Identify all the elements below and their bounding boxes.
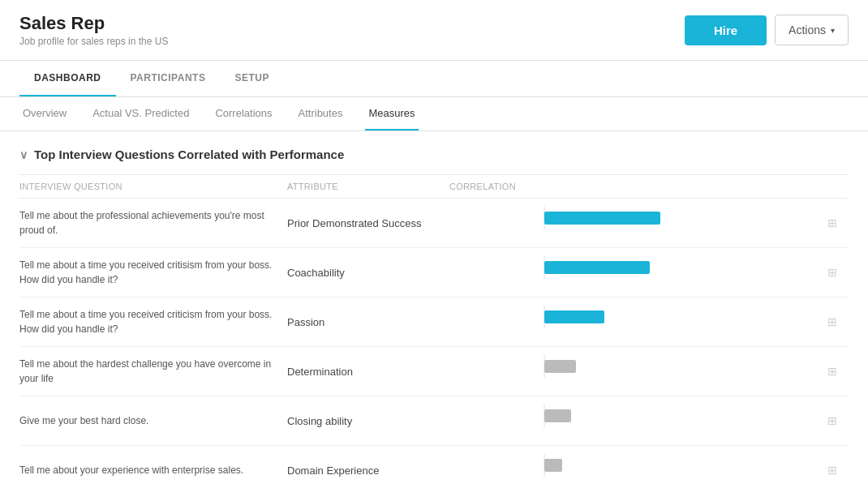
correlations-table: Interview Question Attribute Correlation… — [19, 174, 849, 488]
bar-chart — [449, 454, 660, 477]
app-container: Sales Rep Job profile for sales reps in … — [0, 0, 868, 488]
chart-detail-icon[interactable]: ⊞ — [816, 315, 849, 328]
main-content: Overview Actual VS. Predicted Correlatio… — [0, 97, 868, 488]
sub-nav: Overview Actual VS. Predicted Correlatio… — [0, 97, 868, 131]
bar-cell — [449, 405, 816, 437]
table-header-row: Interview Question Attribute Correlation — [19, 175, 849, 199]
collapse-icon[interactable]: ∨ — [19, 148, 28, 161]
subtab-actual-vs-predicted[interactable]: Actual VS. Predicted — [89, 97, 192, 131]
svg-rect-1 — [544, 212, 660, 225]
question-text: Tell me about your experience with enter… — [19, 463, 287, 477]
chart-detail-icon[interactable]: ⊞ — [816, 266, 849, 279]
col-header-correlation: Correlation — [449, 182, 816, 191]
bar-chart — [449, 306, 660, 328]
actions-label: Actions — [789, 24, 826, 36]
bar-cell — [449, 355, 816, 387]
chart-detail-icon[interactable]: ⊞ — [816, 365, 849, 378]
bar-cell — [449, 454, 816, 486]
question-text: Tell me about the professional achieveme… — [19, 208, 287, 238]
page-title: Sales Rep — [19, 13, 168, 34]
bar-chart — [449, 405, 660, 427]
attribute-text: Prior Demonstrated Success — [287, 217, 449, 229]
tab-dashboard[interactable]: DASHBOARD — [19, 61, 116, 96]
tab-setup[interactable]: SETUP — [220, 61, 284, 96]
subtab-attributes[interactable]: Attributes — [295, 97, 346, 131]
actions-button[interactable]: Actions ▾ — [775, 15, 849, 45]
section-title-area: ∨ Top Interview Questions Correlated wit… — [19, 148, 849, 161]
question-text: Give me your best hard close. — [19, 413, 287, 428]
header-actions: Hire Actions ▾ — [685, 15, 849, 45]
bar-chart — [449, 256, 660, 279]
attribute-text: Determination — [287, 366, 449, 378]
subtab-correlations[interactable]: Correlations — [212, 97, 275, 131]
attribute-text: Passion — [287, 316, 449, 328]
question-text: Tell me about a time you received critic… — [19, 307, 287, 336]
svg-rect-5 — [544, 310, 604, 323]
chart-detail-icon[interactable]: ⊞ — [816, 414, 849, 427]
question-text: Tell me about the hardest challenge you … — [19, 357, 287, 386]
tab-participants[interactable]: PARTICIPANTS — [116, 61, 221, 96]
page-subtitle: Job profile for sales reps in the US — [19, 36, 168, 47]
chevron-down-icon: ▾ — [831, 26, 835, 35]
table-row: Tell me about the professional achieveme… — [19, 199, 849, 248]
svg-rect-11 — [544, 459, 562, 472]
table-row: Tell me about your experience with enter… — [19, 446, 849, 488]
bar-cell — [449, 207, 816, 239]
svg-rect-7 — [544, 360, 576, 373]
section-title-text: Top Interview Questions Correlated with … — [34, 148, 344, 161]
chart-detail-icon[interactable]: ⊞ — [816, 216, 849, 229]
bar-chart — [449, 207, 660, 229]
header-title-area: Sales Rep Job profile for sales reps in … — [19, 13, 168, 47]
attribute-text: Coachability — [287, 267, 449, 279]
question-text: Tell me about a time you received critis… — [19, 258, 287, 287]
measures-section: ∨ Top Interview Questions Correlated wit… — [0, 131, 868, 488]
attribute-text: Domain Experience — [287, 464, 449, 477]
table-row: Tell me about the hardest challenge you … — [19, 347, 849, 396]
hire-button[interactable]: Hire — [685, 15, 767, 45]
svg-rect-3 — [544, 261, 650, 274]
bar-cell — [449, 256, 816, 289]
attribute-text: Closing ability — [287, 415, 449, 427]
main-nav: DASHBOARD PARTICIPANTS SETUP — [0, 61, 868, 97]
svg-rect-9 — [544, 409, 571, 422]
bar-chart — [449, 355, 660, 378]
page-header: Sales Rep Job profile for sales reps in … — [0, 0, 868, 61]
table-row: Give me your best hard close. Closing ab… — [19, 396, 849, 446]
col-header-action — [816, 182, 849, 191]
table-row: Tell me about a time you received critis… — [19, 248, 849, 298]
col-header-attribute: Attribute — [287, 182, 449, 191]
table-row: Tell me about a time you received critic… — [19, 298, 849, 347]
chart-detail-icon[interactable]: ⊞ — [816, 464, 849, 477]
subtab-overview[interactable]: Overview — [19, 97, 70, 131]
bar-cell — [449, 306, 816, 338]
subtab-measures[interactable]: Measures — [365, 97, 418, 131]
col-header-question: Interview Question — [19, 182, 287, 191]
